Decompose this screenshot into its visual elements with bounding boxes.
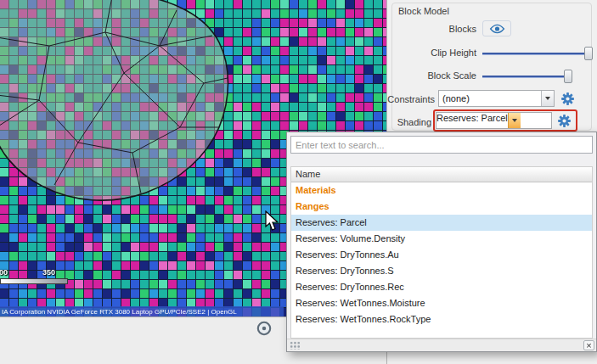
constraints-settings-button[interactable] <box>559 91 576 106</box>
slider-thumb[interactable] <box>564 70 572 83</box>
popup-footer: × <box>287 339 596 351</box>
shading-dropdown-button[interactable] <box>508 113 521 128</box>
shading-highlight: Reserves: Parcel <box>433 109 577 132</box>
slider-track <box>482 53 593 55</box>
constraints-value: (none) <box>439 91 541 106</box>
list-item[interactable]: Reserves: DryTonnes.Au <box>291 247 592 263</box>
blocks-visibility-button[interactable] <box>482 20 511 36</box>
constraints-label: Constraints <box>387 94 435 104</box>
app-window: 300 350 IA Corporation NVIDIA GeForce RT… <box>0 0 597 364</box>
list-item[interactable]: Materials <box>291 182 592 199</box>
renderer-status-text: IA Corporation NVIDIA GeForce RTX 3080 L… <box>0 306 284 317</box>
chevron-down-icon <box>545 97 550 100</box>
list-item[interactable]: Reserves: DryTonnes.S <box>291 263 592 279</box>
list-item[interactable]: Reserves: WetTonnes.RockType <box>291 311 592 328</box>
shading-option-list: Name Materials Ranges Reserves: Parcel R… <box>290 166 593 339</box>
compass-icon[interactable] <box>256 321 272 336</box>
shading-value: Reserves: Parcel <box>436 113 508 128</box>
shading-dropdown[interactable]: Reserves: Parcel <box>436 112 552 129</box>
gear-icon <box>558 115 571 127</box>
list-item[interactable]: Reserves: Volume.Density <box>291 231 592 247</box>
shading-dropdown-popup: Name Materials Ranges Reserves: Parcel R… <box>286 132 597 352</box>
shading-label: Shading <box>387 117 431 127</box>
list-item[interactable]: Reserves: WetTonnes.Moisture <box>291 295 592 311</box>
group-title: Block Model <box>398 6 449 16</box>
gear-icon <box>561 92 574 105</box>
close-button[interactable]: × <box>583 340 594 350</box>
clip-height-slider[interactable] <box>482 46 593 61</box>
search-input[interactable] <box>290 136 593 154</box>
shading-settings-button[interactable] <box>555 113 572 128</box>
block-scale-label: Block Scale <box>394 70 476 81</box>
block-scale-slider[interactable] <box>482 69 572 84</box>
blocks-label: Blocks <box>394 24 476 34</box>
slider-track <box>482 76 572 78</box>
constraints-dropdown[interactable]: (none) <box>438 90 555 107</box>
constraints-dropdown-button[interactable] <box>541 91 554 106</box>
eye-icon <box>489 24 505 34</box>
list-header-name[interactable]: Name <box>291 167 592 182</box>
list-item[interactable]: Ranges <box>291 199 592 215</box>
list-item[interactable]: Reserves: DryTonnes.Rec <box>291 279 592 295</box>
resize-grip[interactable] <box>290 341 301 350</box>
clip-height-label: Clip Height <box>394 48 476 58</box>
slider-thumb[interactable] <box>584 47 593 60</box>
list-item[interactable]: Reserves: Parcel <box>291 215 592 231</box>
chevron-down-icon <box>512 119 517 122</box>
